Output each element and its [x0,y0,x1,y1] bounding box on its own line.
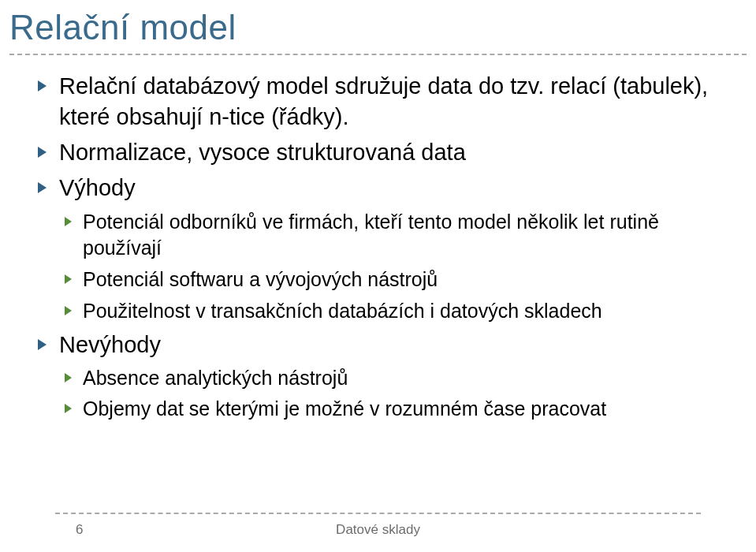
bullet-level1: Normalizace, vysoce strukturovaná data [38,137,724,168]
footer-divider [55,513,701,514]
bullet-text: Výhody [59,173,136,203]
triangle-bullet-icon [38,182,47,193]
content-area: Relační databázový model sdružuje data d… [0,55,756,423]
bullet-text: Potenciál odborníků ve firmách, kteří te… [83,209,724,263]
bullet-level1: Nevýhody [38,330,724,360]
triangle-bullet-icon [65,373,72,382]
bullet-level2: Potenciál odborníků ve firmách, kteří te… [65,209,724,263]
bullet-text: Normalizace, vysoce strukturovaná data [59,137,466,168]
bullet-level2: Použitelnost v transakčních databázích i… [65,298,724,325]
bullet-level2: Potenciál softwaru a vývojových nástrojů [65,267,724,293]
bullet-text: Objemy dat se kterými je možné v rozumné… [83,396,606,423]
triangle-bullet-icon [65,217,72,226]
bullet-level2: Absence analytických nástrojů [65,365,724,392]
triangle-bullet-icon [65,404,72,413]
footer-label: Datové sklady [336,522,420,538]
triangle-bullet-icon [38,147,47,158]
bullet-text: Absence analytických nástrojů [83,365,348,392]
triangle-bullet-icon [65,274,72,284]
bullet-level1: Relační databázový model sdružuje data d… [38,71,724,132]
bullet-text: Potenciál softwaru a vývojových nástrojů [83,267,438,293]
bullet-level2: Objemy dat se kterými je možné v rozumné… [65,396,724,423]
triangle-bullet-icon [38,80,47,91]
bullet-text: Nevýhody [59,330,161,360]
bullet-text: Použitelnost v transakčních databázích i… [83,298,602,325]
triangle-bullet-icon [38,339,47,350]
slide-title: Relační model [0,0,756,47]
bullet-level1: Výhody [38,173,724,203]
slide: Relační model Relační databázový model s… [0,0,756,552]
bullet-text: Relační databázový model sdružuje data d… [59,71,724,132]
triangle-bullet-icon [65,306,72,315]
page-number: 6 [76,522,83,538]
